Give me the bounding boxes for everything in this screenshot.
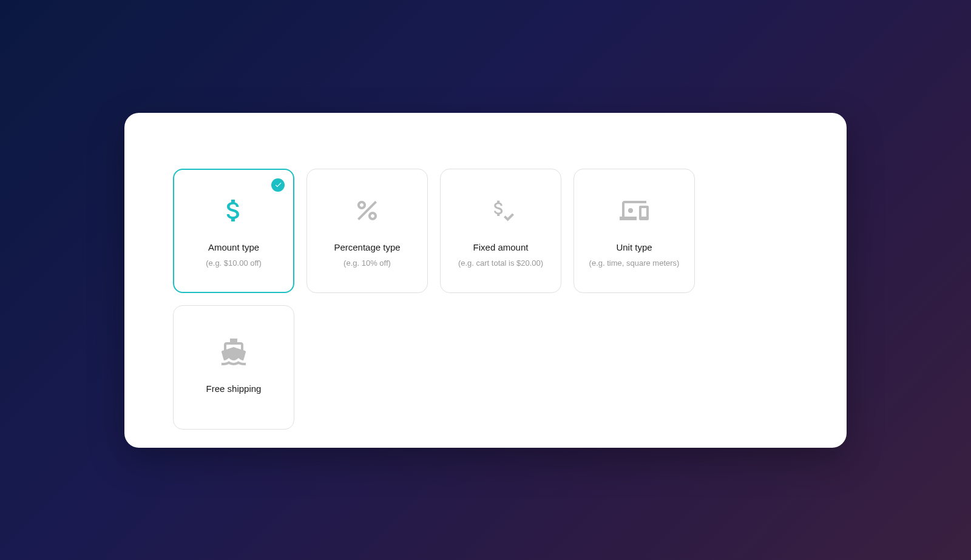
devices-icon (617, 194, 651, 228)
option-card-grid: Amount type (e.g. $10.00 off) Percentage… (173, 169, 798, 430)
option-card-subtitle: (e.g. time, square meters) (589, 258, 680, 268)
dollar-icon (217, 194, 251, 228)
option-card-subtitle: (e.g. 10% off) (343, 258, 391, 268)
options-panel: Amount type (e.g. $10.00 off) Percentage… (124, 113, 847, 448)
percent-icon (350, 194, 384, 228)
svg-point-0 (628, 208, 633, 213)
option-card-unit[interactable]: Unit type (e.g. time, square meters) (573, 169, 695, 293)
option-card-percentage[interactable]: Percentage type (e.g. 10% off) (306, 169, 428, 293)
option-card-title: Percentage type (334, 242, 400, 252)
ship-icon (217, 335, 251, 369)
option-card-shipping[interactable]: Free shipping (173, 305, 294, 430)
check-badge-icon (271, 178, 285, 192)
option-card-amount[interactable]: Amount type (e.g. $10.00 off) (173, 169, 294, 293)
option-card-title: Amount type (208, 242, 259, 252)
option-card-title: Free shipping (206, 383, 262, 394)
option-card-fixed[interactable]: Fixed amount (e.g. cart total is $20.00) (440, 169, 561, 293)
dollar-check-icon (484, 194, 518, 228)
option-card-subtitle: (e.g. $10.00 off) (206, 258, 262, 268)
option-card-title: Unit type (616, 242, 652, 252)
option-card-title: Fixed amount (473, 242, 529, 252)
option-card-subtitle: (e.g. cart total is $20.00) (458, 258, 543, 268)
